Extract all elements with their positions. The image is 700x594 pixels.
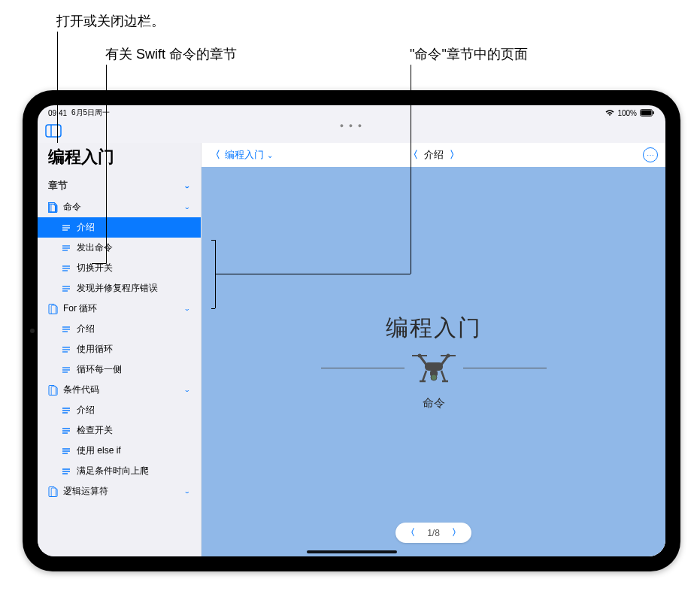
page-row[interactable]: 介绍 [38,319,201,339]
chapter-row-for-loop[interactable]: For 循环 ⌄ [38,299,201,319]
lesson-title: 编程入门 [386,313,482,344]
callout-chapter-pages: "命令"章节中的页面 [410,45,528,63]
page-row[interactable]: 介绍 [38,400,201,420]
more-button[interactable]: ⋯ [643,147,658,162]
svg-line-42 [420,356,426,365]
chevron-down-icon[interactable]: ⌄ [267,151,273,159]
lesson-subtitle: 命令 [423,396,445,411]
chevron-down-icon: ⌄ [183,305,190,312]
svg-point-46 [431,374,437,380]
document-icon [48,304,59,314]
lines-icon [62,447,71,456]
lines-icon [62,325,71,334]
page-label: 使用 else if [77,444,121,457]
page-nav-label: 介绍 [424,148,444,162]
lines-icon [62,467,71,476]
page-label: 循环每一侧 [77,363,122,376]
chevron-down-icon: ⌄ [183,204,190,211]
chapter-row-commands[interactable]: 命令 ⌄ [38,197,201,217]
page-row[interactable]: 切换开关 [38,258,201,278]
lines-icon [62,284,71,293]
pager-prev-button[interactable]: 〈 [406,526,415,539]
chapter-label: 命令 [63,201,81,214]
lines-icon [62,365,71,374]
page-label: 使用循环 [77,343,113,356]
document-icon [48,385,59,395]
chapter-label: 逻辑运算符 [63,485,108,498]
callout-sidebar-toggle: 打开或关闭边栏。 [56,12,165,30]
pager: 〈 1/8 〉 [395,523,471,543]
chapter-row-logic[interactable]: 逻辑运算符 ⌄ [38,481,201,502]
page-row[interactable]: 满足条件时向上爬 [38,461,201,481]
lines-icon [62,345,71,354]
page-row[interactable]: 使用循环 [38,339,201,359]
top-toolbar: ● ● ● [38,120,665,143]
sidebar-title: 编程入门 [38,143,201,174]
lines-icon [62,223,71,232]
ipad-screen: 09:41 6月5日周一 100% ● ● ● 编程入 [38,105,665,556]
page-row[interactable]: 发出命令 [38,238,201,258]
svg-rect-3 [46,125,61,137]
chevron-down-icon: ⌄ [183,386,190,393]
front-camera [30,329,35,333]
lines-icon [62,264,71,273]
lines-icon [62,426,71,435]
pager-next-button[interactable]: 〉 [452,526,461,539]
ipad-frame: 09:41 6月5日周一 100% ● ● ● 编程入 [23,90,680,571]
breadcrumb-label[interactable]: 编程入门 [225,148,264,162]
multitask-icon[interactable]: ● ● ● [340,122,363,129]
divider-illustration [321,350,547,386]
back-button[interactable]: 〈 [209,148,222,162]
callout-swift-chapter: 有关 Swift 命令的章节 [105,45,237,63]
section-label: 章节 [48,179,68,192]
pager-count: 1/8 [427,528,440,538]
svg-line-43 [441,356,448,365]
page-label: 介绍 [77,323,95,335]
page-label: 介绍 [77,221,95,234]
chapter-row-conditional[interactable]: 条件代码 ⌄ [38,380,201,400]
page-label: 介绍 [77,404,95,417]
page-row-intro[interactable]: 介绍 [38,217,201,238]
chevron-down-icon: ⌄ [183,182,190,189]
chevron-down-icon: ⌄ [183,488,190,495]
svg-line-48 [441,371,445,381]
page-label: 满足条件时向上爬 [77,465,149,477]
content-toolbar: 〈 编程入门 ⌄ 〈 介绍 〉 ⋯ [202,143,665,167]
page-row[interactable]: 循环每一侧 [38,359,201,380]
home-indicator[interactable] [307,550,397,553]
content-main: 编程入门 [202,167,665,556]
svg-line-47 [423,371,426,381]
drone-icon [408,350,460,386]
page-label: 发现并修复程序错误 [77,282,158,295]
chapter-label: For 循环 [63,302,97,315]
page-label: 检查开关 [77,424,113,437]
section-header-chapters[interactable]: 章节 ⌄ [38,174,201,197]
page-label: 发出命令 [77,241,113,254]
page-next-button[interactable]: 〉 [448,148,461,162]
lines-icon [62,244,71,253]
svg-rect-44 [425,362,443,371]
page-row[interactable]: 发现并修复程序错误 [38,278,201,299]
content-area: 〈 编程入门 ⌄ 〈 介绍 〉 ⋯ 编程入门 [202,143,665,556]
lines-icon [62,406,71,415]
page-row[interactable]: 检查开关 [38,420,201,441]
document-icon [48,202,59,213]
document-icon [48,486,59,497]
sidebar-toggle-button[interactable] [45,124,63,139]
page-row[interactable]: 使用 else if [38,441,201,461]
chapter-label: 条件代码 [63,383,99,396]
sidebar: 编程入门 章节 ⌄ 命令 ⌄ [38,143,202,556]
page-prev-button[interactable]: 〈 [407,148,420,162]
